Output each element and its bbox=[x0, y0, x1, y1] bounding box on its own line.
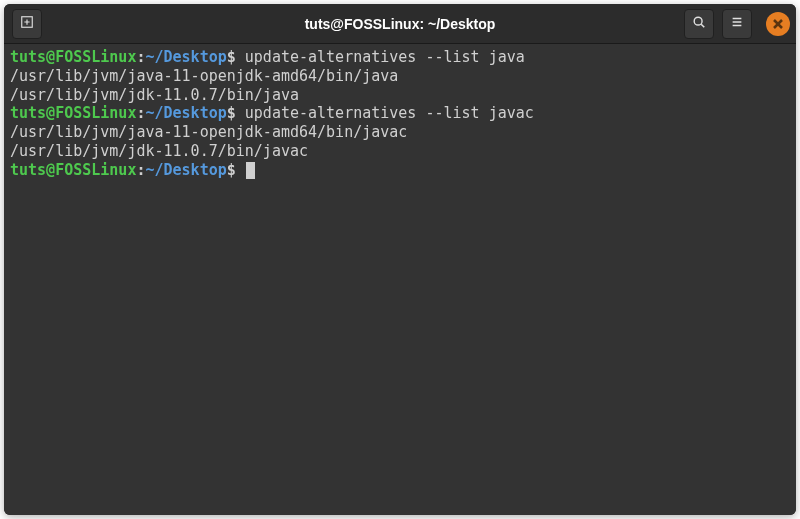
prompt-symbol: $ bbox=[227, 104, 245, 122]
terminal-line: tuts@FOSSLinux:~/Desktop$ update-alterna… bbox=[10, 104, 790, 123]
prompt-user-host: tuts@FOSSLinux bbox=[10, 48, 136, 66]
search-icon bbox=[692, 14, 706, 33]
prompt-user-host: tuts@FOSSLinux bbox=[10, 104, 136, 122]
prompt-user-host: tuts@FOSSLinux bbox=[10, 161, 136, 179]
prompt-path: ~/Desktop bbox=[145, 104, 226, 122]
terminal-line: /usr/lib/jvm/jdk-11.0.7/bin/java bbox=[10, 86, 790, 105]
terminal-line: /usr/lib/jvm/jdk-11.0.7/bin/javac bbox=[10, 142, 790, 161]
prompt-path: ~/Desktop bbox=[145, 48, 226, 66]
command-text: update-alternatives --list javac bbox=[245, 104, 534, 122]
titlebar-left bbox=[10, 9, 44, 39]
terminal-line: /usr/lib/jvm/java-11-openjdk-amd64/bin/j… bbox=[10, 123, 790, 142]
output-text: /usr/lib/jvm/java-11-openjdk-amd64/bin/j… bbox=[10, 67, 398, 85]
svg-point-3 bbox=[694, 17, 702, 25]
terminal-line: /usr/lib/jvm/java-11-openjdk-amd64/bin/j… bbox=[10, 67, 790, 86]
output-text: /usr/lib/jvm/jdk-11.0.7/bin/javac bbox=[10, 142, 308, 160]
svg-line-4 bbox=[701, 24, 704, 27]
new-tab-icon bbox=[20, 14, 34, 33]
prompt-symbol: $ bbox=[227, 48, 245, 66]
window-title: tuts@FOSSLinux: ~/Desktop bbox=[305, 16, 496, 32]
hamburger-icon bbox=[730, 14, 744, 33]
terminal-line: tuts@FOSSLinux:~/Desktop$ update-alterna… bbox=[10, 48, 790, 67]
titlebar: tuts@FOSSLinux: ~/Desktop bbox=[4, 4, 796, 44]
close-icon bbox=[773, 14, 783, 33]
terminal-body[interactable]: tuts@FOSSLinux:~/Desktop$ update-alterna… bbox=[4, 44, 796, 515]
new-tab-button[interactable] bbox=[12, 9, 42, 39]
output-text: /usr/lib/jvm/jdk-11.0.7/bin/java bbox=[10, 86, 299, 104]
terminal-line: tuts@FOSSLinux:~/Desktop$ bbox=[10, 161, 790, 180]
terminal-window: tuts@FOSSLinux: ~/Desktop tuts@FOSSLinux… bbox=[4, 4, 796, 515]
search-button[interactable] bbox=[684, 9, 714, 39]
output-text: /usr/lib/jvm/java-11-openjdk-amd64/bin/j… bbox=[10, 123, 407, 141]
titlebar-right bbox=[682, 9, 790, 39]
close-button[interactable] bbox=[766, 12, 790, 36]
cursor bbox=[246, 162, 255, 179]
prompt-symbol: $ bbox=[227, 161, 245, 179]
menu-button[interactable] bbox=[722, 9, 752, 39]
command-text: update-alternatives --list java bbox=[245, 48, 525, 66]
prompt-path: ~/Desktop bbox=[145, 161, 226, 179]
